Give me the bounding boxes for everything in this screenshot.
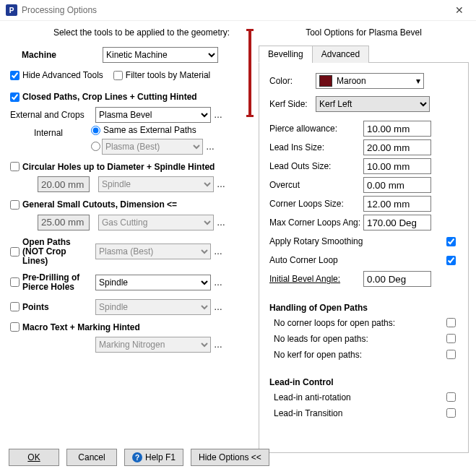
- closed-paths-input[interactable]: [10, 92, 20, 102]
- help-icon: ?: [132, 452, 142, 462]
- antirot-label: Lead-in anti-rotation: [269, 392, 443, 402]
- tool-options-header: Tool Options for Plasma Bevel: [259, 26, 469, 40]
- nokerf-checkbox[interactable]: [446, 350, 456, 359]
- external-label: External and Crops: [6, 110, 95, 120]
- antirot-checkbox[interactable]: [446, 392, 456, 402]
- hide-advanced-input[interactable]: [10, 71, 20, 80]
- macro-more-icon[interactable]: …: [214, 340, 222, 350]
- rotary-label: Apply Rotary Smoothing: [269, 236, 363, 246]
- close-icon[interactable]: ✕: [449, 4, 470, 16]
- points-tool-select[interactable]: Spindle: [95, 299, 211, 315]
- help-button[interactable]: ?Help F1: [124, 449, 183, 466]
- nokerf-label: No kerf for open paths:: [269, 350, 443, 360]
- kerf-label: Kerf Side:: [269, 99, 316, 109]
- smallcut-more-icon[interactable]: …: [217, 217, 225, 228]
- instruction-text: Select the tools to be applied to the ge…: [6, 26, 251, 45]
- trans-label: Lead-in Transition: [269, 408, 443, 418]
- leadin-label: Lead Ins Size:: [269, 142, 363, 152]
- tab-bevelling[interactable]: Bevelling: [259, 46, 313, 63]
- tab-bar: Bevelling Advanced: [259, 45, 469, 63]
- leadout-input[interactable]: [363, 158, 431, 174]
- predrill-checkbox[interactable]: Pre-Drilling of Pierce Holes: [10, 273, 91, 292]
- circular-input[interactable]: [10, 162, 20, 171]
- circular-checkbox[interactable]: Circular Holes up to Diameter + Spindle …: [10, 162, 215, 172]
- autocorner-checkbox[interactable]: [446, 256, 456, 265]
- tab-advanced[interactable]: Advanced: [312, 46, 369, 63]
- hide-advanced-checkbox[interactable]: Hide Advanced Tools: [10, 70, 103, 80]
- color-swatch: [319, 75, 332, 87]
- rotary-checkbox[interactable]: [446, 237, 456, 246]
- kerf-select[interactable]: Kerf Left: [316, 96, 430, 112]
- circular-dim-input[interactable]: [38, 176, 90, 192]
- macro-input[interactable]: [10, 322, 20, 332]
- points-checkbox[interactable]: Points: [10, 302, 91, 312]
- noleads-label: No leads for open paths:: [269, 334, 443, 344]
- machine-select[interactable]: Kinetic Machine: [103, 47, 218, 63]
- corner-input[interactable]: [363, 196, 431, 212]
- leadout-label: Lead Outs Size:: [269, 161, 363, 171]
- overcut-input[interactable]: [363, 177, 431, 193]
- macro-checkbox[interactable]: Macro Text + Marking Hinted: [10, 322, 140, 332]
- smallcut-dim-input[interactable]: [38, 215, 90, 230]
- leadctl-header: Lead-in Control: [269, 377, 458, 387]
- circular-more-icon[interactable]: …: [217, 179, 225, 189]
- openpaths-input[interactable]: [10, 247, 20, 257]
- noleads-checkbox[interactable]: [446, 334, 456, 343]
- overcut-label: Overcut: [269, 180, 363, 190]
- corner-label: Corner Loops Size:: [269, 199, 363, 209]
- hide-options-button[interactable]: Hide Options <<: [191, 449, 269, 466]
- filter-material-input[interactable]: [113, 71, 123, 80]
- footer: OK Cancel ?Help F1 Hide Options <<: [0, 441, 476, 474]
- smallcut-tool-select[interactable]: Gas Cutting: [98, 215, 214, 230]
- cancel-button[interactable]: Cancel: [66, 449, 117, 466]
- app-icon: P: [6, 4, 17, 16]
- chevron-down-icon: ▾: [416, 76, 420, 86]
- smallcut-input[interactable]: [10, 200, 20, 210]
- openpaths-more-icon[interactable]: …: [214, 246, 222, 257]
- maxcorner-label: Max Corner Loops Ang:: [269, 217, 363, 228]
- points-more-icon[interactable]: …: [214, 302, 222, 312]
- macro-tool-select[interactable]: Marking Nitrogen: [95, 337, 211, 353]
- leadin-input[interactable]: [363, 139, 431, 155]
- internal-custom-radio[interactable]: [91, 142, 100, 151]
- predrill-tool-select[interactable]: Spindle: [95, 275, 211, 290]
- smallcut-checkbox[interactable]: General Small Cutouts, Dimension <=: [10, 199, 177, 210]
- pierce-label: Pierce allowance:: [269, 124, 363, 134]
- external-more-icon[interactable]: …: [214, 110, 222, 120]
- openpaths-checkbox[interactable]: Open Paths (NOT Crop Lines): [10, 238, 91, 266]
- initang-label: Initial Bevel Angle:: [269, 274, 363, 284]
- nocorner-checkbox[interactable]: [446, 318, 456, 327]
- window-title: Processing Options: [22, 5, 97, 15]
- filter-material-checkbox[interactable]: Filter tools by Material: [113, 70, 210, 80]
- maxcorner-input[interactable]: [363, 215, 431, 230]
- predrill-input[interactable]: [10, 277, 20, 287]
- circular-tool-select[interactable]: Spindle: [98, 176, 214, 192]
- color-select[interactable]: Maroon ▾: [316, 73, 424, 89]
- predrill-more-icon[interactable]: …: [214, 277, 222, 288]
- internal-same-radio[interactable]: Same as External Paths: [91, 125, 196, 135]
- openpaths-tool-select[interactable]: Plasma (Best): [95, 244, 211, 259]
- internal-label: Internal: [6, 125, 91, 138]
- trans-checkbox[interactable]: [446, 408, 456, 418]
- autocorner-label: Auto Corner Loop: [269, 255, 338, 265]
- internal-more-icon[interactable]: …: [206, 142, 215, 152]
- points-input[interactable]: [10, 302, 20, 311]
- open-paths-header: Handling of Open Paths: [269, 303, 458, 313]
- ok-button[interactable]: OK: [9, 449, 59, 466]
- color-label: Color:: [269, 76, 316, 86]
- initang-input[interactable]: [363, 271, 431, 287]
- pierce-input[interactable]: [363, 121, 431, 137]
- closed-paths-checkbox[interactable]: Closed Paths, Crop Lines + Cutting Hinte…: [10, 92, 197, 102]
- nocorner-label: No corner loops for open paths:: [269, 318, 443, 328]
- internal-select[interactable]: Plasma (Best): [102, 139, 203, 155]
- external-select[interactable]: Plasma Bevel: [95, 107, 211, 123]
- title-bar: P Processing Options ✕: [0, 0, 476, 21]
- machine-label: Machine: [6, 50, 103, 60]
